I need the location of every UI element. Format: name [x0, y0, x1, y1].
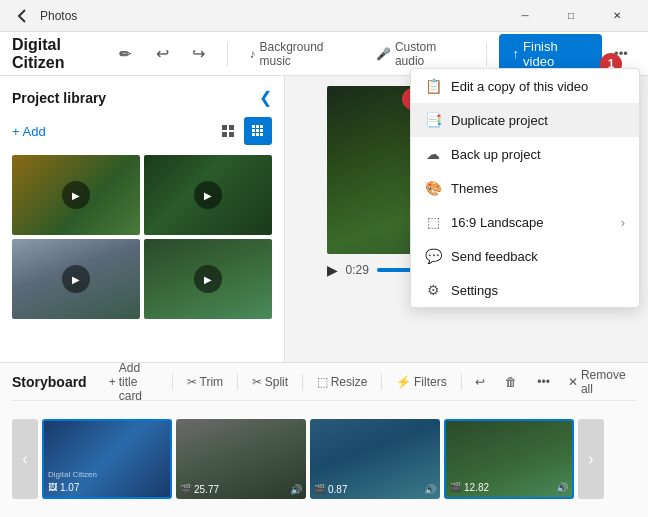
- image-icon: 🖼: [48, 482, 57, 492]
- panel-collapse-button[interactable]: ❮: [259, 88, 272, 107]
- background-music-button[interactable]: ♪ Background music: [239, 35, 361, 73]
- minimize-button[interactable]: ─: [502, 0, 548, 32]
- svg-rect-7: [252, 129, 255, 132]
- landscape-icon: ⬚: [425, 214, 441, 230]
- themes-icon: 🎨: [425, 180, 441, 196]
- add-icon: +: [109, 375, 116, 389]
- settings-menu-item[interactable]: ⚙ Settings: [411, 273, 639, 307]
- filters-button[interactable]: ⚡ Filters: [390, 372, 453, 392]
- media-grid: ▶ ▶ ▶ ▶: [12, 155, 272, 319]
- edit-project-name-button[interactable]: ✏: [119, 46, 131, 62]
- back-button[interactable]: [8, 2, 36, 30]
- svg-rect-2: [222, 132, 227, 137]
- remove-all-button[interactable]: ✕ Remove all: [568, 368, 636, 396]
- clip-duration: 🎬 0.87: [314, 484, 347, 495]
- clip-2[interactable]: 🎬 25.77 🔊: [176, 419, 306, 499]
- clip-1[interactable]: Digital Citizen 🖼 1.07: [42, 419, 172, 499]
- close-icon: ✕: [568, 375, 578, 389]
- panel-header: Project library ❮: [12, 88, 272, 107]
- storyboard-clips: ‹ Digital Citizen 🖼 1.07 🎬 25.77 🔊 🎬 0.8…: [12, 401, 636, 516]
- clip-duration: 🖼 1.07: [48, 482, 79, 493]
- add-title-card-button[interactable]: + Add title card: [103, 358, 164, 406]
- storyboard-title: Storyboard: [12, 374, 87, 390]
- window-controls: ─ □ ✕: [502, 0, 640, 32]
- clip-3[interactable]: 🎬 0.87 🔊: [310, 419, 440, 499]
- clip-duration: 🎬 12.82: [450, 482, 489, 493]
- play-button[interactable]: ▶: [327, 262, 338, 278]
- delete-clip-button[interactable]: 🗑: [499, 372, 523, 392]
- backup-project-menu-item[interactable]: ☁ Back up project: [411, 137, 639, 171]
- svg-rect-9: [260, 129, 263, 132]
- restore-button[interactable]: □: [548, 0, 594, 32]
- media-item[interactable]: ▶: [144, 155, 272, 235]
- resize-icon: ⬚: [317, 375, 328, 389]
- svg-rect-0: [222, 125, 227, 130]
- svg-rect-10: [252, 133, 255, 136]
- play-icon: ▶: [194, 265, 222, 293]
- landscape-menu-item[interactable]: ⬚ 16:9 Landscape ›: [411, 205, 639, 239]
- tool-separator: [172, 374, 173, 390]
- storyboard-tools: + Add title card ✂ Trim ✂ Split ⬚ Resize…: [103, 358, 556, 406]
- project-name: Digital Citizen ✏: [12, 36, 131, 72]
- media-item[interactable]: ▶: [144, 239, 272, 319]
- undo-button[interactable]: ↩: [147, 38, 179, 70]
- panel-toolbar: + Add: [12, 117, 272, 145]
- undo-icon: ↩: [475, 375, 485, 389]
- video-icon: 🎬: [314, 484, 325, 494]
- audio-icon: 🎤: [376, 47, 391, 61]
- close-button[interactable]: ✕: [594, 0, 640, 32]
- duplicate-project-menu-item[interactable]: 📑 Duplicate project: [411, 103, 639, 137]
- delete-icon: 🗑: [505, 375, 517, 389]
- media-item[interactable]: ▶: [12, 155, 140, 235]
- svg-rect-3: [229, 132, 234, 137]
- panel-title: Project library: [12, 90, 106, 106]
- app-title: Photos: [40, 9, 77, 23]
- view-toggles: [214, 117, 272, 145]
- resize-button[interactable]: ⬚ Resize: [311, 372, 374, 392]
- trim-button[interactable]: ✂ Trim: [181, 372, 230, 392]
- clip-4[interactable]: 🎬 12.82 🔊: [444, 419, 574, 499]
- duplicate-icon: 📑: [425, 112, 441, 128]
- svg-rect-11: [256, 133, 259, 136]
- feedback-menu-item[interactable]: 💬 Send feedback: [411, 239, 639, 273]
- themes-menu-item[interactable]: 🎨 Themes: [411, 171, 639, 205]
- play-icon: ▶: [194, 181, 222, 209]
- undo-clip-button[interactable]: ↩: [469, 372, 491, 392]
- redo-button[interactable]: ↪: [183, 38, 215, 70]
- media-item[interactable]: ▶: [12, 239, 140, 319]
- split-button[interactable]: ✂ Split: [246, 372, 294, 392]
- tool-separator: [461, 374, 462, 390]
- clip-duration: 🎬 25.77: [180, 484, 219, 495]
- finish-icon: ↑: [513, 46, 520, 61]
- video-icon: 🎬: [180, 484, 191, 494]
- current-time: 0:29: [346, 263, 369, 277]
- edit-copy-icon: 📋: [425, 78, 441, 94]
- add-media-button[interactable]: + Add: [12, 124, 46, 139]
- titlebar: Photos ─ □ ✕: [0, 0, 648, 32]
- filter-icon: ⚡: [396, 375, 411, 389]
- custom-audio-button[interactable]: 🎤 Custom audio: [366, 35, 474, 73]
- storyboard-header: Storyboard + Add title card ✂ Trim ✂ Spl…: [12, 363, 636, 401]
- svg-rect-12: [260, 133, 263, 136]
- play-icon: ▶: [62, 181, 90, 209]
- audio-icon: 🔊: [556, 482, 568, 493]
- submenu-arrow: ›: [621, 215, 625, 230]
- scroll-right-button[interactable]: ›: [578, 419, 604, 499]
- storyboard: Storyboard + Add title card ✂ Trim ✂ Spl…: [0, 362, 648, 517]
- svg-rect-1: [229, 125, 234, 130]
- tool-separator: [237, 374, 238, 390]
- dropdown-menu: 📋 Edit a copy of this video 📑 Duplicate …: [410, 68, 640, 308]
- edit-copy-menu-item[interactable]: 📋 Edit a copy of this video: [411, 69, 639, 103]
- play-icon: ▶: [62, 265, 90, 293]
- tool-separator: [381, 374, 382, 390]
- grid-view-button[interactable]: [214, 117, 242, 145]
- compact-grid-button[interactable]: [244, 117, 272, 145]
- audio-icon: 🔊: [424, 484, 436, 495]
- scroll-left-button[interactable]: ‹: [12, 419, 38, 499]
- tool-separator: [302, 374, 303, 390]
- music-icon: ♪: [249, 47, 255, 61]
- settings-icon: ⚙: [425, 282, 441, 298]
- more-icon: •••: [537, 375, 550, 389]
- more-clip-options-button[interactable]: •••: [531, 372, 556, 392]
- toolbar-separator-2: [486, 42, 487, 66]
